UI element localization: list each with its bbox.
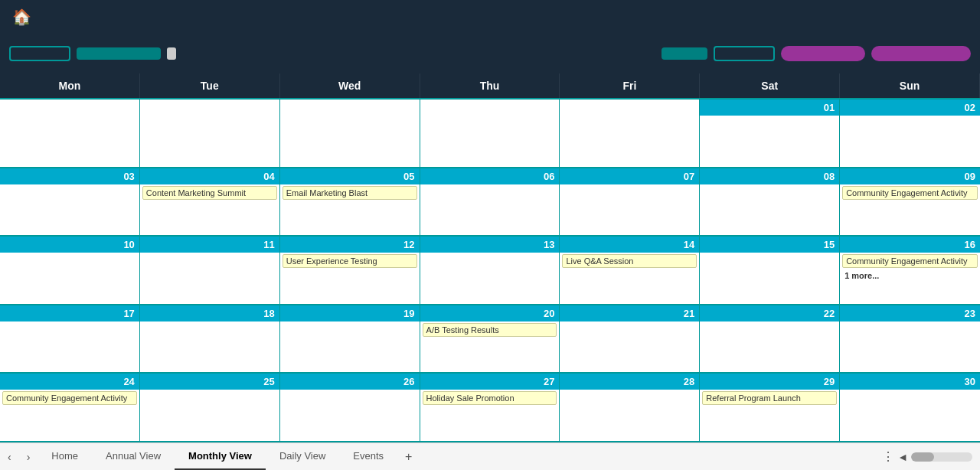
calendar-cell[interactable]: 27Holiday Sale Promotion <box>420 374 560 441</box>
calendar-cell[interactable]: 28 <box>560 374 700 441</box>
calendar-cell[interactable]: 15 <box>700 237 840 304</box>
home-icon[interactable]: 🏠 <box>12 8 31 26</box>
year-label <box>662 47 707 60</box>
calendar-cell[interactable]: 10 <box>0 237 140 304</box>
calendar-week-3: 101112User Experience Testing1314Live Q&… <box>0 237 980 305</box>
cell-date: 28 <box>560 374 699 390</box>
event-chip[interactable]: Community Engagement Activity <box>842 254 978 268</box>
cell-date: 24 <box>0 374 139 390</box>
cell-date: 07 <box>560 168 699 184</box>
footer-tab-events[interactable]: Events <box>339 443 397 470</box>
cell-date: 15 <box>700 237 839 253</box>
event-chip[interactable]: Content Marketing Summit <box>142 186 277 200</box>
calendar-cell[interactable]: 11 <box>140 237 280 304</box>
calendar-cell[interactable]: 19 <box>280 305 420 373</box>
show-events-button[interactable] <box>871 46 971 61</box>
calendar-cell[interactable]: 17 <box>0 305 140 373</box>
cell-date: 09 <box>840 168 980 184</box>
footer-tab-daily-view[interactable]: Daily View <box>266 443 339 470</box>
calendar-week-2: 0304Content Marketing Summit05Email Mark… <box>0 168 980 237</box>
cell-date-empty <box>140 100 279 104</box>
calendar-cell[interactable]: 13 <box>420 237 560 304</box>
cell-date: 10 <box>0 237 139 253</box>
cell-date: 17 <box>0 305 139 321</box>
nav-next-button[interactable]: › <box>19 443 38 470</box>
cell-date: 02 <box>840 100 980 116</box>
calendar-cell[interactable]: 08 <box>700 168 840 236</box>
event-chip[interactable]: Holiday Sale Promotion <box>423 391 557 405</box>
cell-date: 29 <box>700 374 839 390</box>
calendar-cell[interactable]: 06 <box>420 168 560 236</box>
calendar-container: Mon Tue Wed Thu Fri Sat Sun 01020304Cont… <box>0 73 980 442</box>
cell-date: 30 <box>840 374 980 390</box>
nav-prev-button[interactable]: ‹ <box>0 443 19 470</box>
year-value <box>714 46 775 61</box>
calendar-header: Mon Tue Wed Thu Fri Sat Sun <box>0 73 980 98</box>
calendar-cell[interactable] <box>140 100 280 167</box>
footer-tab-annual-view[interactable]: Annual View <box>92 443 175 470</box>
calendar-cell[interactable] <box>420 100 560 167</box>
controls-bar: JanuaryFebruaryMarch AprilMayJune JulyAu… <box>0 34 980 73</box>
cell-date: 01 <box>700 100 839 116</box>
event-chip[interactable]: Referral Program Launch <box>702 391 837 405</box>
event-chip[interactable]: Email Marketing Blast <box>283 186 417 200</box>
footer-bar: ‹ › HomeAnnual ViewMonthly ViewDaily Vie… <box>0 442 980 470</box>
calendar-cell[interactable] <box>560 100 700 167</box>
footer-tab-home[interactable]: Home <box>38 443 92 470</box>
event-chip[interactable]: Community Engagement Activity <box>842 186 978 200</box>
footer-scrollbar-thumb <box>911 452 934 462</box>
event-chip[interactable]: Community Engagement Activity <box>2 391 137 405</box>
cell-date-empty <box>420 100 560 104</box>
calendar-cell[interactable]: 12User Experience Testing <box>280 237 420 304</box>
event-more[interactable]: 1 more... <box>840 269 980 282</box>
calendar-cell[interactable]: 03 <box>0 168 140 236</box>
day-header-wed: Wed <box>280 73 420 98</box>
calendar-cell[interactable]: 20A/B Testing Results <box>420 305 560 373</box>
calendar-cell[interactable]: 24Community Engagement Activity <box>0 374 140 441</box>
calendar-cell[interactable] <box>280 100 420 167</box>
calendar-cell[interactable]: 23 <box>840 305 980 373</box>
footer-tabs: HomeAnnual ViewMonthly ViewDaily ViewEve… <box>38 443 397 470</box>
day-header-sat: Sat <box>700 73 840 98</box>
cell-date: 19 <box>280 305 420 321</box>
cell-date: 16 <box>840 237 980 253</box>
event-chip[interactable]: Live Q&A Session <box>562 254 697 268</box>
cell-date: 26 <box>280 374 420 390</box>
calendar-cell[interactable]: 21 <box>560 305 700 373</box>
calendar-cell[interactable]: 30 <box>840 374 980 441</box>
footer-scroll-left-button[interactable]: ◄ <box>897 451 908 463</box>
footer-scrollbar[interactable] <box>911 452 972 462</box>
calendar-cell[interactable]: 16Community Engagement Activity1 more... <box>840 237 980 304</box>
calendar-cell[interactable]: 02 <box>840 100 980 167</box>
day-header-mon: Mon <box>0 73 140 98</box>
cell-date: 12 <box>280 237 420 253</box>
calendar-cell[interactable]: 29Referral Program Launch <box>700 374 840 441</box>
cell-date: 18 <box>140 305 279 321</box>
calendar-cell[interactable]: 07 <box>560 168 700 236</box>
calendar-cell[interactable]: 18 <box>140 305 280 373</box>
cell-date: 11 <box>140 237 279 253</box>
cell-date: 13 <box>420 237 560 253</box>
month-dropdown-arrow[interactable] <box>167 47 176 60</box>
calendar-grid: 01020304Content Marketing Summit05Email … <box>0 98 980 442</box>
calendar-cell[interactable]: 05Email Marketing Blast <box>280 168 420 236</box>
calendar-cell[interactable] <box>0 100 140 167</box>
cell-date-empty <box>560 100 699 104</box>
calendar-cell[interactable]: 04Content Marketing Summit <box>140 168 280 236</box>
footer-menu-button[interactable]: ⋮ <box>882 449 894 464</box>
add-new-button[interactable] <box>781 46 865 61</box>
calendar-cell[interactable]: 09Community Engagement Activity <box>840 168 980 236</box>
calendar-cell[interactable]: 01 <box>700 100 840 167</box>
event-chip[interactable]: A/B Testing Results <box>423 323 557 337</box>
footer-tab-monthly-view[interactable]: Monthly View <box>175 443 266 470</box>
calendar-cell[interactable]: 22 <box>700 305 840 373</box>
calendar-cell[interactable]: 26 <box>280 374 420 441</box>
month-label <box>9 46 70 61</box>
month-select-box[interactable]: JanuaryFebruaryMarch AprilMayJune JulyAu… <box>77 47 161 60</box>
day-header-sun: Sun <box>840 73 980 98</box>
calendar-cell[interactable]: 25 <box>140 374 280 441</box>
event-chip[interactable]: User Experience Testing <box>283 254 417 268</box>
add-tab-button[interactable]: + <box>397 443 420 470</box>
cell-date: 21 <box>560 305 699 321</box>
calendar-cell[interactable]: 14Live Q&A Session <box>560 237 700 304</box>
